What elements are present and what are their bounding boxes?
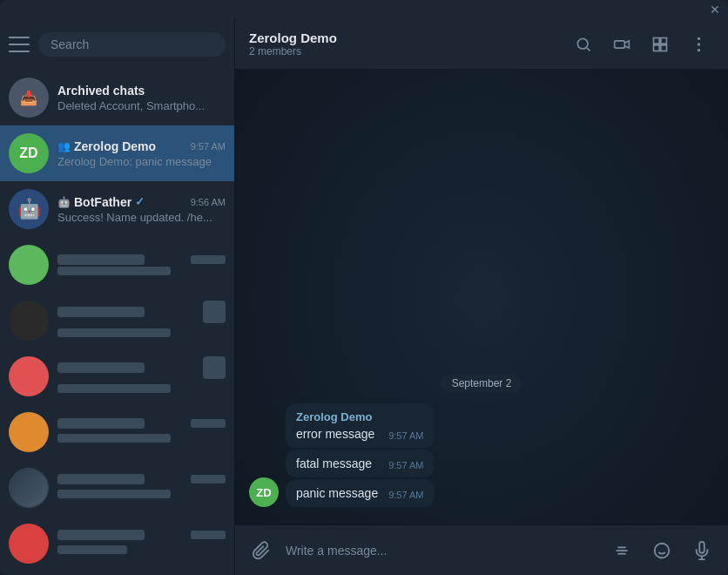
avatar bbox=[9, 301, 49, 341]
message-input[interactable] bbox=[286, 544, 597, 558]
messages-area: September 2 ZD Zerolog Demo error messag… bbox=[235, 70, 728, 524]
search-bar[interactable] bbox=[38, 32, 226, 57]
blurred-time bbox=[191, 475, 226, 484]
blurred-name bbox=[57, 362, 145, 373]
avatar bbox=[9, 356, 49, 396]
blurred-time bbox=[191, 419, 226, 428]
archive-icon: 📥 bbox=[20, 90, 37, 106]
blurred-preview bbox=[57, 384, 171, 393]
blurred-preview bbox=[57, 490, 171, 498]
title-bar: ✕ bbox=[0, 0, 728, 19]
svg-point-7 bbox=[697, 37, 699, 39]
search-input[interactable] bbox=[51, 37, 213, 51]
svg-point-8 bbox=[697, 43, 699, 45]
message-text: error message bbox=[296, 427, 374, 441]
chat-top: Archived chats bbox=[57, 84, 226, 98]
chat-preview: Zerolog Demo: panic message bbox=[57, 155, 226, 168]
svg-rect-2 bbox=[615, 40, 625, 47]
commands-icon bbox=[612, 541, 631, 560]
hamburger-icon[interactable] bbox=[9, 37, 30, 52]
chat-top bbox=[57, 474, 226, 484]
avatar-text: ZD bbox=[19, 145, 37, 161]
blurred-badge bbox=[203, 356, 226, 379]
message-time: 9:57 AM bbox=[388, 460, 423, 470]
chat-top: 🤖 BotFather ✓ 9:56 AM bbox=[57, 195, 226, 209]
attach-icon bbox=[252, 541, 271, 560]
blurred-name bbox=[57, 307, 145, 317]
sidebar: 📥 Archived chats Deleted Account, Smartp… bbox=[0, 19, 235, 575]
chat-item-botfather[interactable]: 🤖 🤖 BotFather ✓ 9:56 AM Success! Name up… bbox=[0, 181, 234, 237]
verified-icon: ✓ bbox=[135, 195, 145, 208]
chat-top bbox=[57, 254, 226, 265]
chat-preview: Deleted Account, Smartpho... bbox=[57, 99, 226, 112]
chat-name: 🤖 BotFather ✓ bbox=[57, 195, 145, 209]
chat-time: 9:57 AM bbox=[191, 141, 226, 152]
message-sender: Zerolog Demo bbox=[296, 410, 424, 423]
mic-button[interactable] bbox=[686, 535, 718, 566]
blurred-preview bbox=[57, 267, 171, 275]
chat-item-6[interactable] bbox=[0, 348, 234, 404]
search-button[interactable] bbox=[568, 29, 599, 60]
chat-top bbox=[57, 418, 226, 429]
chat-time: 9:56 AM bbox=[191, 197, 226, 207]
svg-point-13 bbox=[655, 543, 670, 558]
message-time: 9:57 AM bbox=[388, 490, 423, 500]
blurred-badge bbox=[203, 301, 226, 323]
message-bubble-1: Zerolog Demo error message 9:57 AM bbox=[286, 403, 435, 448]
chat-header-name: Zerolog Demo bbox=[249, 30, 557, 45]
avatar bbox=[9, 412, 49, 452]
chat-item-4[interactable] bbox=[0, 237, 234, 293]
avatar bbox=[9, 468, 49, 508]
chat-name: Archived chats bbox=[57, 84, 145, 98]
mic-icon bbox=[692, 541, 711, 560]
chat-name: 👥 Zerolog Demo bbox=[57, 139, 156, 153]
chat-item-5[interactable] bbox=[0, 293, 234, 348]
message-text: panic message bbox=[296, 486, 378, 500]
blurred-preview bbox=[57, 328, 171, 337]
chat-content: Archived chats Deleted Account, Smartpho… bbox=[57, 84, 226, 112]
chat-list: 📥 Archived chats Deleted Account, Smartp… bbox=[0, 70, 234, 575]
layout-button[interactable] bbox=[644, 29, 676, 60]
messages-column: Zerolog Demo error message 9:57 AM fatal… bbox=[286, 403, 435, 507]
chat-preview: Success! Name updated. /he... bbox=[57, 211, 226, 224]
chat-item-zerolog[interactable]: ZD 👥 Zerolog Demo 9:57 AM Zerolog Demo: … bbox=[0, 125, 234, 181]
video-call-icon bbox=[613, 36, 630, 53]
app-container: ✕ 📥 Archived bbox=[0, 0, 728, 575]
chat-header: Zerolog Demo 2 members bbox=[235, 19, 728, 70]
chat-content: 👥 Zerolog Demo 9:57 AM Zerolog Demo: pan… bbox=[57, 139, 226, 168]
message-bubble-2: fatal message 9:57 AM bbox=[286, 450, 435, 477]
chat-content bbox=[57, 356, 226, 396]
search-icon bbox=[575, 36, 592, 53]
chat-item-8[interactable] bbox=[0, 460, 234, 516]
attach-button[interactable] bbox=[246, 535, 277, 566]
avatar: 🤖 bbox=[9, 189, 49, 229]
more-icon bbox=[697, 36, 701, 53]
message-time: 9:57 AM bbox=[388, 430, 423, 441]
chat-header-members: 2 members bbox=[249, 45, 557, 58]
chat-content bbox=[57, 530, 226, 558]
chat-item-archived[interactable]: 📥 Archived chats Deleted Account, Smartp… bbox=[0, 70, 234, 125]
emoji-icon bbox=[652, 541, 671, 560]
video-call-button[interactable] bbox=[606, 29, 637, 60]
chat-top bbox=[57, 301, 226, 323]
avatar: 📥 bbox=[9, 78, 49, 118]
more-button[interactable] bbox=[683, 29, 714, 60]
blurred-preview bbox=[57, 434, 171, 443]
emoji-button[interactable] bbox=[646, 535, 677, 566]
svg-point-0 bbox=[577, 38, 588, 49]
sidebar-header bbox=[0, 19, 234, 70]
chat-content bbox=[57, 254, 226, 275]
commands-button[interactable] bbox=[606, 535, 637, 566]
date-badge: September 2 bbox=[442, 374, 522, 393]
chat-item-9[interactable] bbox=[0, 516, 234, 572]
blurred-preview bbox=[57, 545, 127, 554]
close-button[interactable]: ✕ bbox=[709, 3, 721, 16]
svg-rect-4 bbox=[661, 37, 667, 44]
svg-rect-6 bbox=[661, 44, 667, 51]
blurred-name bbox=[57, 474, 145, 484]
chat-top: 👥 Zerolog Demo 9:57 AM bbox=[57, 139, 226, 153]
blurred-time bbox=[191, 531, 226, 539]
date-separator: September 2 bbox=[249, 374, 714, 393]
chat-item-7[interactable] bbox=[0, 404, 234, 460]
svg-rect-3 bbox=[654, 37, 660, 44]
